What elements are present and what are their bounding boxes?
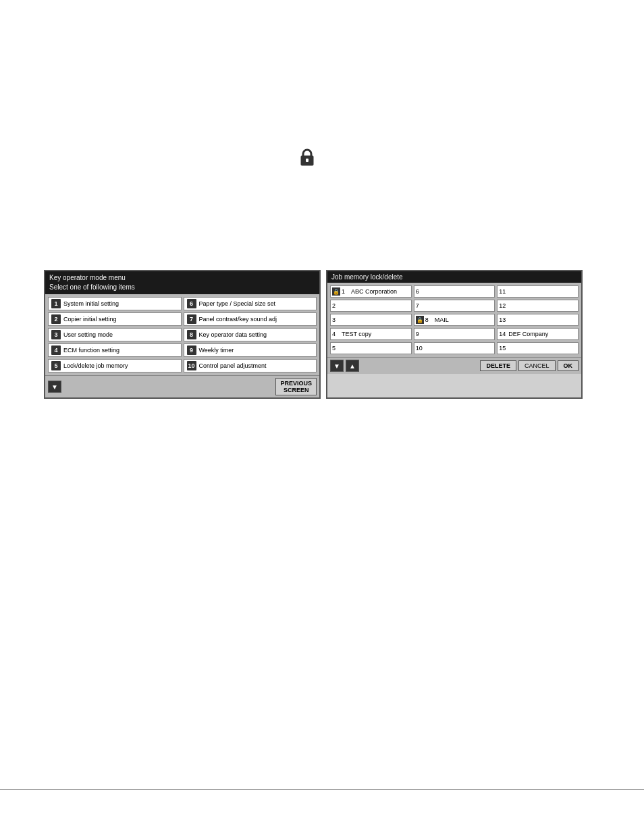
job-lock-icon-1: 🔒 [332,287,340,296]
job-row-12[interactable]: 12 [497,300,579,312]
right-panel-down-button[interactable]: ▼ [330,360,344,372]
job-number-9: 9 [416,331,424,337]
job-name-4: TEST copy [342,331,410,337]
job-name-14: DEF Company [508,331,576,337]
job-lock-icon-8: 🔒 [416,316,424,324]
menu-item-label-4: ECM function setting [63,347,119,354]
right-panel-body: 🔒 1 ABC Corporation 6 11 2 [327,283,581,357]
job-number-2: 2 [332,302,340,309]
job-number-7: 7 [416,302,424,309]
job-number-10: 10 [416,345,424,352]
job-row-10[interactable]: 10 [414,342,495,354]
job-number-13: 13 [499,316,507,323]
job-number-6: 6 [416,288,424,295]
padlock-icon [300,148,315,166]
menu-item-label-8: Key operator data setting [199,331,267,338]
job-number-3: 3 [332,316,340,323]
job-row-3[interactable]: 3 [330,314,412,326]
job-row-4[interactable]: 4 TEST copy [330,328,412,340]
job-row-7[interactable]: 7 [414,300,495,312]
ok-button[interactable]: OK [558,360,579,371]
menu-item-number-2: 2 [51,314,61,324]
job-grid: 🔒 1 ABC Corporation 6 11 2 [330,285,579,354]
job-row-13[interactable]: 13 [497,314,579,326]
previous-screen-button[interactable]: PREVIOUSSCREEN [275,378,317,395]
menu-item-label-6: Paper type / Special size set [199,300,276,307]
menu-item-5[interactable]: 5 Lock/delete job memory [48,359,182,372]
menu-item-number-1: 1 [51,299,61,308]
panels-container: Key operator mode menu Select one of fol… [44,270,583,399]
job-number-11: 11 [499,288,507,295]
right-panel-job-memory: Job memory lock/delete 🔒 1 ABC Corporati… [326,270,583,399]
job-number-4: 4 [332,331,340,337]
left-panel-down-button[interactable]: ▼ [48,381,61,393]
job-number-15: 15 [499,345,507,352]
menu-item-label-10: Control panel adjustment [199,362,267,369]
job-row-5[interactable]: 5 [330,342,412,354]
menu-item-number-6: 6 [187,299,196,308]
job-number-14: 14 [499,331,507,337]
menu-item-8[interactable]: 8 Key operator data setting [184,328,317,341]
job-row-9[interactable]: 9 [414,328,495,340]
right-panel-title: Job memory lock/delete [331,273,403,281]
job-name-1: ABC Corporation [351,288,410,295]
cancel-button[interactable]: CANCEL [518,360,556,371]
job-row-15[interactable]: 15 [497,342,579,354]
job-number-1: 1 [342,288,350,295]
menu-item-number-4: 4 [51,345,61,355]
left-panel-title-line2: Select one of following items [49,283,315,292]
left-panel-footer: ▼ PREVIOUSSCREEN [45,375,319,397]
left-panel-title-line1: Key operator mode menu [49,273,315,283]
job-row-14[interactable]: 14 DEF Company [497,328,579,340]
right-panel-footer: ▼ ▲ DELETE CANCEL OK [327,357,581,374]
job-number-12: 12 [499,302,507,309]
menu-item-6[interactable]: 6 Paper type / Special size set [184,297,317,310]
lock-icon-decoration [297,145,317,169]
menu-item-2[interactable]: 2 Copier initial setting [48,312,182,326]
menu-item-10[interactable]: 10 Control panel adjustment [184,359,317,372]
right-panel-up-button[interactable]: ▲ [346,360,359,372]
job-row-6[interactable]: 6 [414,285,495,298]
job-number-8: 8 [425,316,433,323]
menu-item-number-3: 3 [51,330,61,339]
menu-item-1[interactable]: 1 System initial setting [48,297,182,310]
menu-item-4[interactable]: 4 ECM function setting [48,343,182,357]
job-row-8[interactable]: 🔒 8 MAIL [414,314,495,326]
job-name-8: MAIL [435,316,493,323]
menu-item-label-5: Lock/delete job memory [63,362,128,369]
left-panel-body: 1 System initial setting 6 Paper type / … [45,294,319,375]
menu-item-label-1: System initial setting [63,300,119,307]
menu-item-7[interactable]: 7 Panel contrast/key sound adj [184,312,317,326]
menu-item-number-10: 10 [187,361,196,370]
menu-item-number-8: 8 [187,330,196,339]
menu-item-3[interactable]: 3 User setting mode [48,328,182,341]
job-row-2[interactable]: 2 [330,300,412,312]
job-row-1[interactable]: 🔒 1 ABC Corporation [330,285,412,298]
svg-rect-1 [306,159,308,162]
job-number-5: 5 [332,345,340,352]
menu-item-label-7: Panel contrast/key sound adj [199,316,277,323]
menu-item-number-7: 7 [187,314,196,324]
menu-item-label-9: Weekly timer [199,347,234,354]
left-panel-key-operator: Key operator mode menu Select one of fol… [44,270,321,399]
menu-item-label-2: Copier initial setting [63,316,117,323]
left-panel-header: Key operator mode menu Select one of fol… [45,271,319,294]
menu-item-9[interactable]: 9 Weekly timer [184,343,317,357]
right-panel-header: Job memory lock/delete [327,271,581,283]
menu-item-number-5: 5 [51,361,61,370]
bottom-divider [0,789,644,790]
menu-item-label-3: User setting mode [63,331,113,338]
menu-item-number-9: 9 [187,345,196,355]
delete-button[interactable]: DELETE [480,360,516,371]
job-row-11[interactable]: 11 [497,285,579,298]
